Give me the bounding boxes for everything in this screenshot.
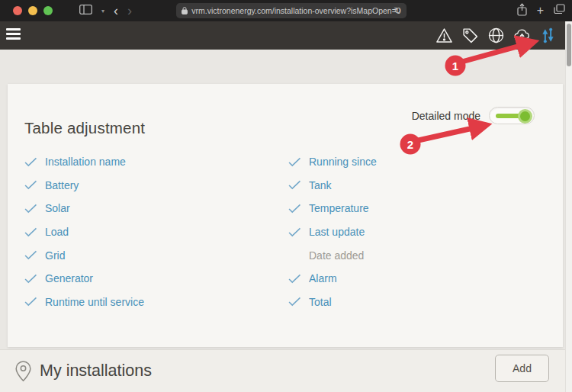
- zoom-window-button[interactable]: [43, 6, 53, 15]
- check-icon: [288, 297, 301, 307]
- list-item[interactable]: Generator: [24, 267, 144, 291]
- check-icon: [24, 297, 37, 307]
- tab-overview-icon[interactable]: [554, 4, 565, 18]
- page-title: My installations: [40, 361, 152, 381]
- column-left: Installation name Battery Solar Load Gri…: [24, 150, 144, 313]
- check-icon: [24, 157, 37, 167]
- check-icon: [288, 180, 301, 190]
- list-item[interactable]: Tank: [288, 174, 377, 198]
- add-button[interactable]: Add: [495, 355, 549, 382]
- check-icon: [24, 180, 37, 190]
- check-icon: [288, 204, 301, 214]
- location-pin-icon: [14, 360, 33, 386]
- forward-icon[interactable]: ›: [127, 0, 132, 21]
- table-adjustment-panel: Table adjustment Detailed mode Installat…: [8, 84, 563, 347]
- toggle-knob[interactable]: [518, 109, 532, 124]
- list-item[interactable]: Date added: [288, 243, 377, 267]
- url-text: vrm.victronenergy.com/installation-overv…: [191, 6, 400, 15]
- list-item[interactable]: Total: [288, 291, 377, 314]
- list-item[interactable]: Temperature: [288, 197, 377, 220]
- reload-icon[interactable]: ↻: [394, 3, 401, 18]
- menu-icon[interactable]: [6, 28, 21, 42]
- scrollbar[interactable]: [565, 21, 572, 392]
- list-item[interactable]: Battery: [24, 174, 144, 198]
- sidebar-icon[interactable]: [79, 4, 92, 18]
- app-navbar: [0, 21, 565, 50]
- list-item[interactable]: Load: [24, 220, 144, 244]
- browser-chrome: ▾ ‹ › vrm.victronenergy.com/installation…: [0, 0, 572, 21]
- share-icon[interactable]: [517, 3, 527, 19]
- list-item[interactable]: Runtime until service: [24, 291, 144, 314]
- annotation-number-1: 1: [452, 59, 458, 72]
- lock-icon: [182, 4, 188, 18]
- check-icon: [24, 204, 37, 214]
- detailed-mode-toggle[interactable]: [489, 107, 535, 124]
- list-item[interactable]: Solar: [24, 197, 144, 220]
- back-icon[interactable]: ‹: [114, 0, 118, 21]
- list-item[interactable]: Last update: [288, 220, 377, 244]
- alert-triangle-icon[interactable]: [435, 27, 453, 44]
- check-icon: [288, 274, 301, 284]
- minimize-window-button[interactable]: [28, 6, 37, 15]
- chevron-down-icon[interactable]: ▾: [101, 8, 104, 14]
- check-icon: [288, 227, 301, 237]
- column-right: Running since Tank Temperature Last upda…: [288, 150, 377, 313]
- check-icon: [24, 227, 37, 237]
- list-item[interactable]: Installation name: [24, 150, 144, 174]
- list-item[interactable]: Alarm: [288, 267, 377, 291]
- list-item[interactable]: Grid: [24, 243, 144, 267]
- cloud-sync-icon[interactable]: [513, 27, 531, 44]
- check-icon: [24, 274, 37, 284]
- tag-icon[interactable]: [461, 27, 479, 44]
- my-installations-bar: My installations Add: [0, 349, 565, 392]
- check-icon: [24, 250, 37, 260]
- list-item[interactable]: Running since: [288, 150, 377, 174]
- new-tab-icon[interactable]: +: [537, 4, 544, 18]
- window-controls: [13, 6, 53, 15]
- scrollbar-thumb[interactable]: [567, 24, 571, 66]
- column-sliders-icon[interactable]: [539, 27, 557, 44]
- globe-icon[interactable]: [487, 27, 505, 44]
- panel-title: Table adjustment: [24, 119, 145, 137]
- close-window-button[interactable]: [13, 6, 22, 15]
- annotation-badge-1: [445, 56, 466, 76]
- address-bar[interactable]: vrm.victronenergy.com/installation-overv…: [176, 3, 407, 18]
- detailed-mode-label: Detailed mode: [412, 110, 480, 122]
- check-icon: [288, 157, 301, 167]
